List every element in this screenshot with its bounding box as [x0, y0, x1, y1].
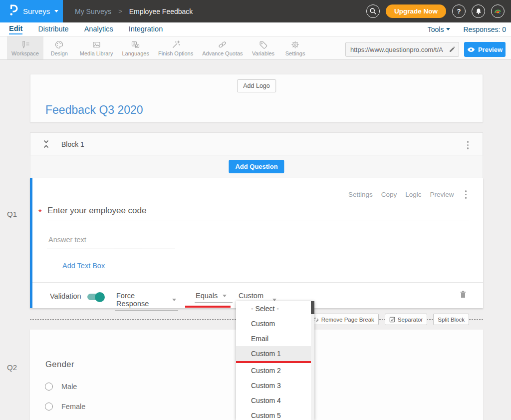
operator-value: Equals [196, 292, 218, 300]
radio-button-icon[interactable] [45, 403, 53, 411]
toolbar-item-workspace[interactable]: Workspace [7, 36, 43, 59]
answer-option-male[interactable]: Male [45, 383, 77, 391]
question-preview-link[interactable]: Preview [430, 191, 454, 198]
editor-toolbar: Workspace Design Media Library [0, 36, 511, 60]
magic-wand-icon [171, 40, 181, 49]
chevron-down-icon [223, 295, 227, 297]
chain-link-icon [218, 40, 227, 49]
dropdown-option-select[interactable]: - Select - [236, 301, 314, 316]
translate-icon [131, 40, 140, 49]
required-marker: * [38, 208, 42, 218]
notifications-button[interactable] [472, 4, 485, 18]
radio-button-icon[interactable] [45, 383, 53, 391]
help-button[interactable]: ? [452, 4, 466, 18]
add-question-button[interactable]: Add Question [229, 160, 284, 173]
preview-button[interactable]: Preview [464, 42, 506, 57]
add-text-box-link[interactable]: Add Text Box [62, 262, 105, 270]
nav-right-group: Tools Responses: 0 [428, 22, 506, 36]
tools-label: Tools [428, 25, 444, 33]
bell-icon [475, 7, 482, 15]
toolbar-item-languages[interactable]: Languages [117, 36, 153, 59]
survey-header-card: Add Logo Feedback Q3 2020 [30, 74, 483, 122]
top-header-bar: Surveys My Surveys > Employee Feedback U… [0, 0, 511, 22]
question-settings-link[interactable]: Settings [348, 191, 373, 198]
block-menu-button[interactable] [466, 139, 471, 151]
operator-dropdown[interactable]: Equals [195, 292, 233, 303]
avatar-rainbow-icon [494, 7, 502, 15]
equals-highlight-underline [185, 306, 231, 308]
search-button[interactable] [366, 4, 380, 18]
question-menu-button[interactable] [464, 189, 469, 200]
collapse-vertical-icon [43, 139, 49, 149]
dropdown-option-custom[interactable]: Custom [236, 316, 314, 331]
module-tabs: Edit Distribute Analytics Integration [9, 22, 163, 36]
toolbar-item-design[interactable]: Design [43, 36, 75, 59]
dropdown-option-email[interactable]: Email [236, 331, 314, 346]
separator-label: Separator [398, 317, 423, 323]
tools-dropdown[interactable]: Tools [428, 25, 451, 33]
dropdown-option-custom1[interactable]: Custom 1 [236, 346, 314, 361]
edit-url-button[interactable] [446, 46, 459, 53]
add-logo-button[interactable]: Add Logo [237, 79, 276, 92]
remove-page-break-button[interactable]: Remove Page Break [308, 314, 379, 325]
toolbar-item-label: Design [51, 50, 68, 56]
survey-title[interactable]: Feedback Q3 2020 [45, 103, 143, 117]
toolbar-item-label: Media Library [80, 50, 113, 56]
toolbar-item-label: Advance Quotas [202, 50, 243, 56]
toolbar-item-media-library[interactable]: Media Library [75, 36, 118, 59]
question-logic-link[interactable]: Logic [405, 191, 421, 198]
answer-text-input[interactable]: Answer text [48, 236, 86, 244]
account-avatar[interactable] [491, 4, 505, 18]
validation-toggle[interactable] [87, 294, 104, 300]
preview-button-label: Preview [478, 46, 503, 53]
gear-icon [290, 40, 300, 49]
answer-input-underline [47, 249, 175, 249]
toolbar-item-label: Settings [285, 50, 305, 56]
answer-option-label: Female [61, 403, 85, 411]
dropdown-option-custom5[interactable]: Custom 5 [236, 408, 314, 420]
dropdown-option-custom4[interactable]: Custom 4 [236, 393, 314, 408]
toolbar-item-label: Languages [122, 50, 149, 56]
brand-label: Surveys [23, 7, 50, 15]
tab-distribute[interactable]: Distribute [38, 25, 68, 34]
dropdown-scrollbar-thumb[interactable] [311, 301, 314, 314]
collapse-block-button[interactable] [43, 139, 49, 151]
question-actions: Settings Copy Logic Preview [348, 189, 468, 200]
force-response-value: Force Response [116, 292, 167, 308]
tab-analytics[interactable]: Analytics [84, 25, 113, 34]
checkbox-checked-icon [389, 317, 395, 323]
search-icon [369, 7, 377, 15]
delete-question-button[interactable] [460, 290, 467, 301]
question-text-underline [47, 221, 469, 221]
brand-surveys-menu[interactable]: Surveys [0, 0, 63, 22]
dropdown-option-custom2[interactable]: Custom 2 [236, 363, 314, 378]
breadcrumb: My Surveys > Employee Feedback [75, 0, 193, 22]
question-text[interactable]: Enter your employee code [47, 206, 146, 216]
toolbar-item-variables[interactable]: Variables [248, 36, 279, 59]
page-break-buttons: Remove Page Break Separator Split Block [308, 314, 469, 325]
chevron-down-icon [272, 299, 276, 301]
question-1-number: Q1 [7, 210, 17, 218]
breadcrumb-my-surveys[interactable]: My Surveys [75, 7, 111, 15]
tab-integration[interactable]: Integration [129, 25, 163, 34]
dropdown-scrollbar [311, 301, 314, 420]
answer-option-female[interactable]: Female [45, 403, 85, 411]
tag-icon [258, 40, 268, 49]
palette-icon [54, 40, 64, 49]
toolbar-item-advance-quotas[interactable]: Advance Quotas [198, 36, 247, 59]
question-2-number: Q2 [7, 363, 17, 372]
separator-button[interactable]: Separator [385, 314, 428, 325]
responses-count-link[interactable]: Responses: 0 [463, 25, 506, 33]
split-block-button[interactable]: Split Block [433, 314, 469, 325]
toolbar-item-settings[interactable]: Settings [279, 36, 311, 59]
survey-url-input[interactable] [346, 46, 446, 53]
toolbar-item-label: Finish Options [158, 50, 193, 56]
tab-edit[interactable]: Edit [9, 24, 22, 34]
block-title: Block 1 [61, 140, 84, 148]
question-text[interactable]: Gender [45, 360, 74, 369]
question-copy-link[interactable]: Copy [381, 191, 397, 198]
dropdown-option-custom3[interactable]: Custom 3 [236, 378, 314, 393]
toolbar-item-finish-options[interactable]: Finish Options [154, 36, 198, 59]
survey-editor-app: Surveys My Surveys > Employee Feedback U… [0, 0, 511, 420]
upgrade-now-button[interactable]: Upgrade Now [386, 4, 446, 18]
